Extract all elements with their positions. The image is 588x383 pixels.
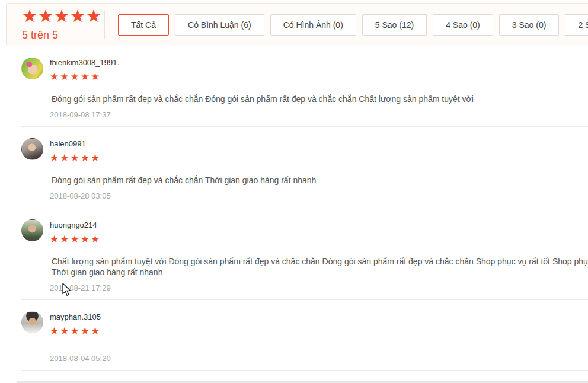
- star-rating-icon: ★★★★★: [50, 327, 588, 336]
- rating-summary: ★★★★★ 5 trên 5: [7, 8, 104, 42]
- overall-star-rating-icon: ★★★★★: [22, 8, 104, 24]
- review-filter-panel: ★★★★★ 5 trên 5 Tất Cả Có Bình Luận (6) C…: [6, 3, 588, 46]
- review-comment: Chất lượng sản phẩm tuyệt vời Đóng gói s…: [50, 256, 588, 267]
- star-rating-icon: ★★★★★: [50, 154, 588, 162]
- review-comment: Đóng gói sản phẩm rất đẹp và chắc chắn Đ…: [50, 94, 588, 104]
- avatar[interactable]: [21, 219, 43, 241]
- vertical-divider: [104, 11, 105, 39]
- review-date: 2018-08-28 03:05: [50, 192, 588, 200]
- filter-tab-all[interactable]: Tất Cả: [118, 14, 169, 36]
- review-date: 2018-09-08 17:37: [50, 110, 588, 119]
- review-item: huongngo214 ★★★★★ Chất lượng sản phẩm tu…: [21, 208, 588, 300]
- review-item: thienkim3008_1991. ★★★★★ Đóng gói sản ph…: [21, 46, 588, 127]
- filter-button-group: Tất Cả Có Bình Luận (6) Có Hình Ảnh (0) …: [118, 14, 588, 36]
- review-item: mayphan.3105 ★★★★★ 2018-08-04 05:20: [21, 300, 588, 371]
- review-comment: Thời gian giao hàng rất nhanh: [50, 267, 588, 277]
- review-username[interactable]: halen0991: [50, 139, 588, 149]
- filter-tab-4-star[interactable]: 4 Sao (0): [433, 14, 493, 36]
- review-username[interactable]: mayphan.3105: [50, 312, 588, 322]
- review-comment: Đóng gói sản phẩm rất đẹp và chắc chắn T…: [50, 175, 588, 186]
- filter-tab-2-star[interactable]: 2 Sao (0): [565, 14, 588, 36]
- filter-tab-5-star[interactable]: 5 Sao (12): [362, 14, 427, 36]
- star-rating-icon: ★★★★★: [50, 235, 588, 244]
- review-list: thienkim3008_1991. ★★★★★ Đóng gói sản ph…: [21, 46, 588, 371]
- next-section-edge: [17, 381, 588, 383]
- avatar[interactable]: [21, 311, 43, 333]
- review-date: 2018-08-04 05:20: [50, 354, 588, 363]
- review-username[interactable]: thienkim3008_1991.: [50, 58, 588, 68]
- star-rating-icon: ★★★★★: [50, 73, 588, 81]
- avatar[interactable]: [21, 58, 43, 79]
- filter-tab-with-comments[interactable]: Có Bình Luận (6): [175, 14, 264, 36]
- avatar[interactable]: [21, 138, 43, 160]
- review-item: halen0991 ★★★★★ Đóng gói sản phẩm rất đẹ…: [21, 127, 588, 208]
- review-username[interactable]: huongngo214: [50, 221, 588, 230]
- overall-score-label: 5 trên 5: [22, 29, 104, 42]
- review-date: 2018-08-21 17:29: [50, 283, 588, 292]
- filter-tab-3-star[interactable]: 3 Sao (0): [499, 14, 560, 36]
- filter-tab-with-images[interactable]: Có Hình Ảnh (0): [270, 14, 356, 36]
